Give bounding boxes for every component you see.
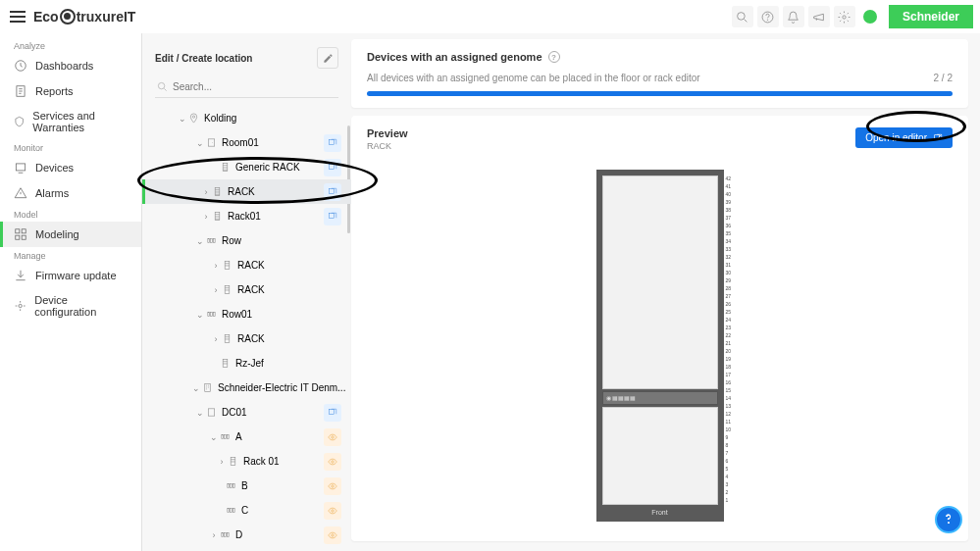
tree-node-rack-b[interactable]: › RACK (142, 277, 351, 302)
nav-modeling[interactable]: Modeling (0, 222, 141, 247)
brand-badge: Schneider (889, 5, 973, 28)
open-rack-button[interactable] (324, 159, 341, 176)
chevron-down-icon: ⌄ (178, 114, 187, 124)
svg-rect-22 (207, 239, 209, 243)
svg-rect-10 (22, 235, 26, 239)
tree-node-seit[interactable]: ⌄ Schneider-Electric IT Denm... (142, 376, 351, 400)
chevron-down-icon: ⌄ (195, 310, 205, 320)
svg-point-2 (768, 19, 769, 20)
svg-rect-33 (208, 409, 214, 416)
nav-dashboards[interactable]: Dashboards (0, 53, 141, 78)
svg-point-48 (332, 509, 335, 512)
row-icon (205, 309, 217, 321)
genome-count: 2 / 2 (934, 73, 953, 83)
section-monitor: Monitor (0, 139, 141, 155)
open-rack-button[interactable] (324, 208, 341, 225)
megaphone-icon[interactable] (808, 6, 830, 27)
svg-point-12 (158, 82, 164, 88)
search-icon[interactable] (732, 6, 753, 27)
rack-icon (221, 260, 232, 272)
tree-node-rack-a[interactable]: › RACK (142, 253, 351, 277)
tree-node-d[interactable]: › D (142, 523, 351, 547)
nav-device-config[interactable]: Device configuration (0, 288, 141, 324)
info-icon[interactable]: ? (548, 51, 560, 63)
tree-node-room01[interactable]: ⌄ Room01 (142, 130, 351, 155)
tree-title: Edit / Create location (155, 53, 252, 64)
progress-bar (367, 91, 953, 96)
preview-card: Preview RACK Open in editor ◉ ▦▦▦▦ 42414… (351, 116, 968, 541)
tree-node-rzjef[interactable]: Rz-Jef (142, 351, 351, 376)
view-button[interactable] (324, 453, 341, 471)
svg-rect-21 (330, 213, 335, 218)
room-icon (205, 137, 217, 149)
rack-device: ◉ ▦▦▦▦ (602, 391, 718, 405)
open-room-button[interactable] (324, 404, 341, 422)
rack-icon (219, 162, 231, 174)
row-icon (219, 431, 231, 443)
tree-node-dc01[interactable]: ⌄ DC01 (142, 400, 351, 425)
edit-location-button[interactable] (317, 47, 338, 69)
genome-title: Devices with an assigned genome (367, 51, 542, 63)
rack-preview: ◉ ▦▦▦▦ 424140393837363534333231302928272… (596, 170, 724, 522)
nav-reports[interactable]: Reports (0, 78, 141, 104)
hamburger-menu[interactable] (10, 11, 26, 23)
svg-point-44 (332, 484, 335, 487)
tree-node-c[interactable]: C (142, 498, 351, 523)
rack-icon (227, 456, 238, 468)
svg-rect-17 (330, 164, 335, 169)
tree-node-rack01-dc[interactable]: › Rack 01 (142, 449, 351, 474)
help-icon[interactable] (757, 6, 779, 27)
rack-unit-labels: 4241403938373635343332313029282726252423… (726, 175, 738, 504)
chevron-down-icon: ⌄ (209, 432, 219, 442)
tree-node-rack-c[interactable]: › RACK (142, 326, 351, 351)
tree-node-rack-selected[interactable]: › RACK (142, 179, 351, 204)
svg-rect-19 (330, 188, 335, 193)
view-button[interactable] (324, 428, 341, 446)
svg-rect-7 (16, 229, 20, 233)
rack-icon (211, 186, 223, 198)
svg-rect-31 (223, 359, 228, 367)
open-room-button[interactable] (324, 134, 341, 152)
svg-rect-32 (204, 383, 210, 391)
section-analyze: Analyze (0, 37, 141, 53)
chevron-down-icon: ⌄ (195, 236, 205, 246)
nav-alarms[interactable]: Alarms (0, 180, 141, 206)
row-icon (225, 505, 236, 517)
chevron-down-icon: ⌄ (191, 383, 201, 393)
tree-node-row[interactable]: ⌄ Row (142, 228, 351, 253)
nav-devices[interactable]: Devices (0, 155, 141, 180)
view-button[interactable] (324, 477, 341, 495)
tree-node-kolding[interactable]: ⌄ Kolding (142, 106, 351, 130)
svg-rect-30 (225, 334, 230, 342)
tree-node-b[interactable]: B (142, 474, 351, 498)
room-icon (205, 407, 217, 419)
svg-point-13 (192, 116, 194, 118)
svg-rect-29 (213, 313, 215, 317)
tree-node-a[interactable]: ⌄ A (142, 425, 351, 449)
view-button[interactable] (324, 502, 341, 520)
svg-rect-15 (330, 139, 335, 144)
tree-node-generic-rack[interactable]: Generic RACK (142, 155, 351, 179)
svg-rect-41 (227, 484, 229, 488)
nav-firmware[interactable]: Firmware update (0, 263, 141, 288)
tree-search-input[interactable] (155, 76, 338, 98)
gear-icon[interactable] (834, 6, 855, 27)
svg-rect-24 (213, 239, 215, 243)
open-rack-button[interactable] (324, 183, 341, 201)
tree-node-rack01[interactable]: › Rack01 (142, 204, 351, 228)
tree-node-row01[interactable]: ⌄ Row01 (142, 302, 351, 326)
svg-rect-9 (16, 235, 20, 239)
help-fab[interactable] (935, 506, 962, 533)
svg-rect-43 (232, 484, 234, 488)
view-button[interactable] (324, 526, 341, 544)
genome-desc: All devices with an assigned genome can … (367, 73, 700, 83)
svg-rect-26 (225, 285, 230, 293)
chevron-right-icon: › (211, 334, 221, 344)
rack-icon (221, 333, 232, 345)
nav-services[interactable]: Services and Warranties (0, 104, 141, 139)
bell-icon[interactable] (783, 6, 804, 27)
search-icon (157, 81, 168, 92)
user-avatar[interactable] (863, 10, 877, 24)
tree-panel: Edit / Create location ⌄ Kolding ⌄ Room0… (142, 33, 351, 551)
open-in-editor-button[interactable]: Open in editor (855, 127, 953, 148)
